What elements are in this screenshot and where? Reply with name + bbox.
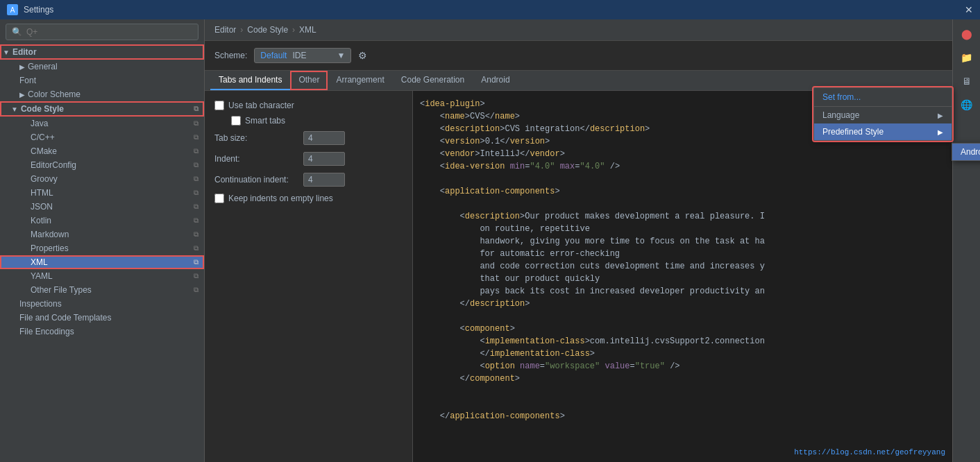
tab-code-generation[interactable]: Code Generation [393, 71, 473, 90]
sidebar-item-editorconfig[interactable]: EditorConfig ⧉ [0, 158, 204, 172]
sidebar-item-inspections[interactable]: Inspections [0, 297, 204, 311]
code-style-expand-arrow [11, 105, 18, 113]
font-label: Font [19, 76, 36, 85]
toolbar-btn-globe[interactable]: 🌐 [958, 96, 976, 114]
indent-row: Indent: [214, 152, 403, 166]
use-tab-character-checkbox[interactable] [214, 101, 224, 110]
yaml-label: YAML [31, 271, 53, 281]
code-line-5: <vendor>IntelliJ</vendor> [420, 148, 945, 160]
code-line-16: <component> [420, 323, 945, 335]
code-line-6: <idea-version min="4.0" max="4.0" /> [420, 160, 945, 173]
toolbar-btn-folder[interactable]: 📁 [958, 49, 976, 67]
sidebar-item-kotlin[interactable]: Kotlin ⧉ [0, 214, 204, 228]
sidebar-item-editor[interactable]: Editor [0, 44, 204, 60]
code-line-19: <option name="workspace" value="true" /> [420, 360, 945, 373]
dropdown-popup: Set from... Language ▶ Predefined Style … [813, 87, 952, 141]
code-line-11: for automatic error-checking [420, 248, 945, 260]
submenu-item-android[interactable]: Android [952, 144, 980, 160]
file-code-templates-label: File and Code Templates [19, 313, 112, 323]
sidebar-item-markdown[interactable]: Markdown ⧉ [0, 228, 204, 241]
content-area: Editor › Code Style › XML Scheme: Defaul… [205, 19, 952, 462]
sidebar-item-file-encodings[interactable]: File Encodings [0, 325, 204, 339]
sidebar-item-java[interactable]: Java ⧉ [0, 117, 204, 130]
indent-label: Indent: [214, 154, 298, 164]
code-line-7: <application-components> [420, 185, 945, 198]
tab-arrangement[interactable]: Arrangement [328, 71, 392, 90]
set-from-label[interactable]: Set from... [814, 88, 952, 107]
markdown-copy-icon: ⧉ [194, 230, 198, 239]
predefined-style-arrow: ▶ [938, 128, 943, 136]
breadcrumb-xml: XML [299, 25, 316, 35]
close-button[interactable]: ✕ [965, 4, 973, 15]
sidebar-item-xml[interactable]: XML ⧉ [0, 255, 204, 269]
sidebar-item-other-file-types[interactable]: Other File Types ⧉ [0, 283, 204, 297]
right-toolbar: ⬤ 📁 🖥 🌐 [952, 19, 980, 462]
tab-tabs-and-indents[interactable]: Tabs and Indents [210, 71, 290, 90]
continuation-indent-input[interactable] [303, 173, 345, 187]
tab-size-row: Tab size: [214, 131, 403, 145]
popup-item-language[interactable]: Language ▶ [814, 107, 952, 123]
popup-item-predefined-style[interactable]: Predefined Style ▶ Android [814, 123, 952, 140]
code-line-18: </implementation-class> [420, 348, 945, 360]
sidebar-item-yaml[interactable]: YAML ⧉ [0, 269, 204, 283]
keep-indents-label: Keep indents on empty lines [228, 194, 333, 203]
breadcrumb: Editor › Code Style › XML [205, 19, 952, 41]
search-box[interactable]: 🔍 [6, 24, 198, 40]
sidebar-item-json[interactable]: JSON ⧉ [0, 200, 204, 214]
yaml-copy-icon: ⧉ [194, 272, 198, 280]
smart-tabs-checkbox[interactable] [231, 116, 241, 126]
java-copy-icon: ⧉ [194, 119, 198, 128]
code-line-blank5 [420, 397, 945, 410]
scheme-row: Scheme: Default IDE ▼ ⚙ [205, 41, 952, 71]
sidebar-item-cpp[interactable]: C/C++ ⧉ [0, 130, 204, 144]
code-line-blank2 [420, 198, 945, 210]
smart-tabs-label: Smart tabs [245, 116, 285, 126]
other-file-types-label: Other File Types [31, 285, 92, 295]
cmake-label: CMake [31, 146, 57, 156]
html-copy-icon: ⧉ [194, 189, 198, 197]
xml-copy-icon: ⧉ [194, 258, 198, 266]
other-file-types-copy-icon: ⧉ [194, 286, 198, 294]
sidebar-item-groovy[interactable]: Groovy ⧉ [0, 172, 204, 186]
tab-size-input[interactable] [303, 131, 345, 145]
html-label: HTML [31, 188, 53, 198]
title-bar-left: A Settings [7, 4, 53, 15]
sidebar-item-code-style[interactable]: Code Style ⧉ [0, 101, 204, 117]
gear-icon[interactable]: ⚙ [358, 50, 367, 61]
indent-input[interactable] [303, 152, 345, 166]
kotlin-label: Kotlin [31, 216, 51, 225]
code-line-8: <description>Our product makes developme… [420, 210, 945, 223]
scheme-ide-label: IDE [292, 51, 306, 60]
sidebar-item-cmake[interactable]: CMake ⧉ [0, 144, 204, 158]
main-container: 🔍 Editor General Font Color Scheme Code … [0, 19, 980, 462]
code-line-15: </description> [420, 298, 945, 310]
scheme-dropdown-arrow: ▼ [337, 51, 345, 60]
sidebar-item-properties[interactable]: Properties ⧉ [0, 241, 204, 255]
tab-other[interactable]: Other [290, 71, 328, 90]
toolbar-btn-red[interactable]: ⬤ [958, 25, 976, 43]
general-arrow [19, 63, 25, 71]
sidebar-item-html[interactable]: HTML ⧉ [0, 186, 204, 200]
submenu-predefined-style: Android [952, 143, 980, 161]
code-line-blank3 [420, 310, 945, 323]
scheme-default-label: Default [260, 51, 287, 60]
sidebar-item-general[interactable]: General [0, 60, 204, 74]
color-scheme-arrow [19, 91, 25, 99]
title-bar: A Settings ✕ [0, 0, 980, 19]
url-overlay: https://blog.csdn.net/geofreyyang [794, 448, 945, 456]
markdown-label: Markdown [31, 230, 69, 239]
search-input[interactable] [26, 27, 192, 37]
sidebar-item-font[interactable]: Font [0, 74, 204, 87]
scheme-dropdown[interactable]: Default IDE ▼ [254, 48, 351, 63]
groovy-label: Groovy [31, 174, 58, 184]
code-line-blank4 [420, 385, 945, 397]
code-style-copy-icon: ⧉ [194, 105, 198, 113]
sidebar-item-color-scheme[interactable]: Color Scheme [0, 87, 204, 101]
tab-android[interactable]: Android [473, 71, 518, 90]
toolbar-btn-monitor[interactable]: 🖥 [958, 72, 976, 90]
keep-indents-checkbox[interactable] [214, 194, 224, 203]
json-copy-icon: ⧉ [194, 203, 198, 211]
tab-content: Use tab character Smart tabs Tab size: I… [205, 91, 952, 462]
sidebar-item-file-code-templates[interactable]: File and Code Templates [0, 311, 204, 325]
java-label: Java [31, 119, 48, 128]
